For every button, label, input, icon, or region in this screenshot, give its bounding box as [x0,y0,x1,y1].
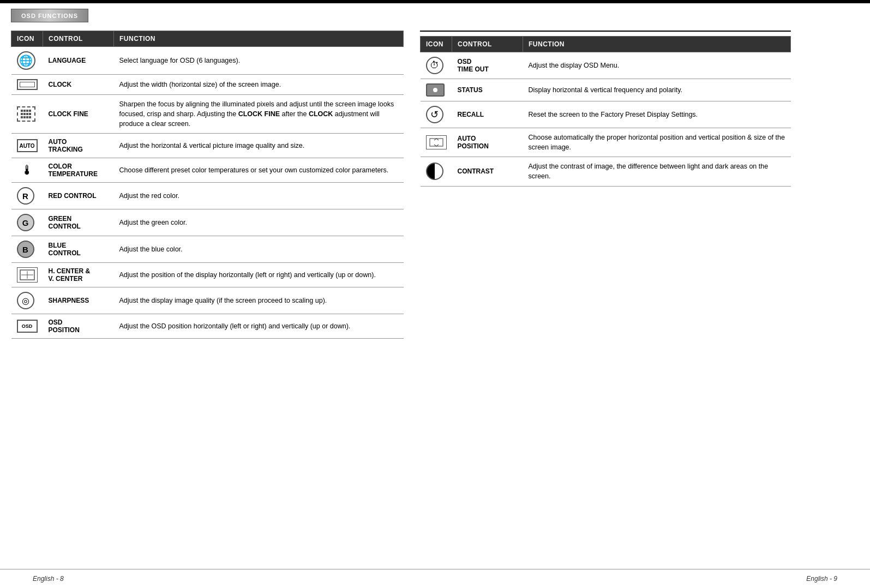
center-arrows-icon [19,269,35,281]
control-cell: CLOCK FINE [43,95,114,134]
osd-header-row: OSD FUNCTIONS [0,3,870,25]
control-cell: OSDPOSITION [43,314,114,339]
table-row: STATUS Display horizontal & vertical fre… [421,79,791,101]
function-cell: Display horizontal & vertical frequency … [523,79,791,101]
control-cell: RECALL [452,101,523,128]
icon-cell [11,95,43,134]
svg-rect-3 [29,110,31,112]
control-cell: STATUS [452,79,523,101]
svg-rect-7 [29,113,31,115]
table-row: B BLUECONTROL Adjust the blue color. [11,236,404,263]
control-cell: RED CONTROL [43,183,114,209]
left-header-icon: ICON [11,31,43,47]
clock-fine-icon [17,106,35,122]
function-cell: Adjust the red color. [114,183,404,209]
icon-cell [11,263,43,287]
icon-cell: OSD [11,314,43,339]
function-cell: Adjust the horizontal & vertical picture… [114,134,404,158]
right-header-icon: ICON [421,37,452,52]
control-cell: LANGUAGE [43,47,114,75]
function-cell: Adjust the OSD position horizontally (le… [114,314,404,339]
function-cell: Sharpen the focus by aligning the illumi… [114,95,404,134]
svg-rect-4 [21,113,23,115]
table-row: 🌐 LANGUAGE Select language for OSD (6 la… [11,47,404,75]
auto-pos-arrows-icon [429,137,444,147]
globe-icon: 🌐 [17,51,35,70]
auto-position-icon [426,135,447,149]
function-cell: Reset the screen to the Factory Preset D… [523,101,791,128]
icon-cell: ◎ [11,287,43,314]
svg-rect-2 [26,110,28,112]
grid-pattern-icon [21,110,32,118]
control-cell: CLOCK [43,75,114,95]
left-column: ICON CONTROL FUNCTION 🌐 LANGUAGE Select … [11,31,404,339]
clock-icon [17,79,38,90]
table-row: OSD OSDPOSITION Adjust the OSD position … [11,314,404,339]
icon-cell: 🌐 [11,47,43,75]
left-header-control: CONTROL [43,31,114,47]
table-row: AUTO AUTOTRACKING Adjust the horizontal … [11,134,404,158]
osd-header-text: OSD FUNCTIONS [21,13,78,19]
footer-row: English - 8 English - 9 [0,569,870,588]
green-control-icon: G [17,214,34,231]
right-header-function: FUNCTION [523,37,791,52]
function-cell: Adjust the width (horizontal size) of th… [114,75,404,95]
recall-icon: ↺ [426,106,443,123]
function-cell: Adjust the position of the display horiz… [114,263,404,287]
table-row: H. CENTER &V. CENTER Adjust the position… [11,263,404,287]
control-cell: COLORTEMPERATURE [43,158,114,183]
icon-cell: R [11,183,43,209]
function-cell: Adjust the contrast of image, the differ… [523,157,791,186]
table-row: G GREENCONTROL Adjust the green color. [11,209,404,236]
right-header-control: CONTROL [452,37,523,52]
icon-cell: ↺ [421,101,452,128]
right-column: ICON CONTROL FUNCTION ⏱ OSDTIME OUT Adju… [420,31,791,339]
table-row: R RED CONTROL Adjust the red color. [11,183,404,209]
svg-rect-5 [23,113,26,115]
svg-rect-1 [23,110,26,112]
sharpness-icon: ◎ [17,292,34,309]
osd-position-icon: OSD [17,320,38,333]
left-functions-table: ICON CONTROL FUNCTION 🌐 LANGUAGE Select … [11,31,404,339]
icon-cell [11,75,43,95]
icon-cell: ⏱ [421,52,452,79]
svg-rect-15 [430,139,443,146]
svg-rect-9 [23,116,26,118]
table-row: 🌡 COLORTEMPERATURE Choose different pres… [11,158,404,183]
osd-header-box: OSD FUNCTIONS [11,9,88,22]
control-cell: SHARPNESS [43,287,114,314]
contrast-icon [426,163,443,180]
control-cell: H. CENTER &V. CENTER [43,263,114,287]
blue-control-icon: B [17,241,34,258]
function-cell: Choose automatically the proper horizont… [523,128,791,157]
footer-right: English - 9 [806,575,837,583]
control-cell: GREENCONTROL [43,209,114,236]
page-wrapper: OSD FUNCTIONS ICON CONTROL FUNCTION [0,0,870,588]
svg-rect-11 [29,116,31,118]
main-content: ICON CONTROL FUNCTION 🌐 LANGUAGE Select … [0,25,870,344]
left-header-function: FUNCTION [114,31,404,47]
icon-cell: B [11,236,43,263]
svg-rect-6 [26,113,28,115]
table-row: CONTRAST Adjust the contrast of image, t… [421,157,791,186]
table-row: ↺ RECALL Reset the screen to the Factory… [421,101,791,128]
function-cell: Choose different preset color temperatur… [114,158,404,183]
auto-tracking-icon: AUTO [17,139,38,152]
control-cell: AUTOTRACKING [43,134,114,158]
svg-rect-8 [21,116,23,118]
hv-center-icon [17,267,38,283]
svg-rect-10 [26,116,28,118]
table-row: ⏱ OSDTIME OUT Adjust the display OSD Men… [421,52,791,79]
icon-cell: AUTO [11,134,43,158]
status-icon [426,83,445,97]
icon-cell [421,128,452,157]
table-row: CLOCK Adjust the width (horizontal size)… [11,75,404,95]
function-cell: Adjust the display OSD Menu. [523,52,791,79]
control-cell: AUTOPOSITION [452,128,523,157]
table-row: AUTOPOSITION Choose automatically the pr… [421,128,791,157]
footer-left: English - 8 [33,575,64,583]
color-temp-icon: 🌡 [17,163,38,178]
icon-cell: 🌡 [11,158,43,183]
icon-cell: G [11,209,43,236]
right-col-divider [420,31,791,32]
